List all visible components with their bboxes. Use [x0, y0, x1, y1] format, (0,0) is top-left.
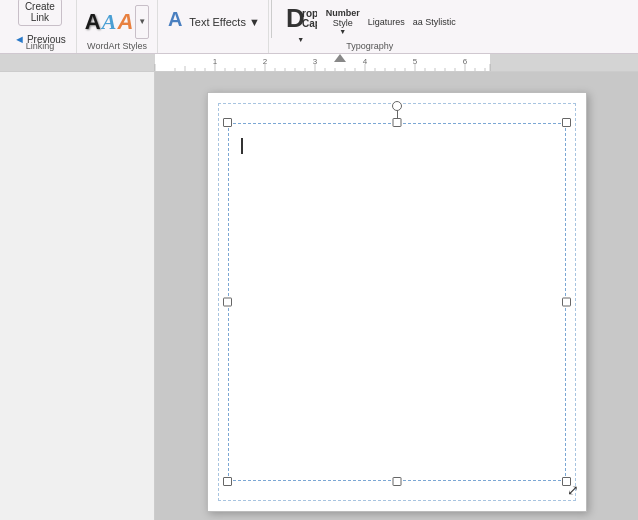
linking-group: CreateLink ◄ Previous Linking: [4, 0, 77, 53]
drop-cap-button[interactable]: D rop Cap ▼: [282, 0, 320, 45]
number-style-dropdown-icon: ▼: [339, 28, 346, 35]
svg-rect-4: [0, 54, 155, 72]
ligatures-button[interactable]: Ligatures: [366, 15, 407, 29]
svg-text:A: A: [168, 8, 182, 30]
text-effects-label: Text Effects: [189, 16, 246, 28]
wordart-style-1[interactable]: A: [85, 11, 101, 33]
document-page: ⤢: [207, 92, 587, 512]
ruler-svg: 1 2 3 4 5 6: [0, 54, 638, 72]
stylistic-label: aa Stylistic: [413, 17, 456, 27]
typography-group-label: Typography: [274, 41, 466, 51]
resize-handle-top-right[interactable]: [562, 118, 571, 127]
text-effects-group: A Text Effects ▼ ​: [158, 0, 269, 53]
left-panel: [0, 72, 155, 520]
svg-rect-5: [490, 54, 638, 72]
typography-group: D rop Cap ▼ Number Style ▼ Ligatures aa …: [274, 0, 466, 53]
svg-text:6: 6: [463, 57, 468, 66]
svg-text:2: 2: [263, 57, 268, 66]
text-box[interactable]: [228, 123, 566, 481]
number-style-button[interactable]: Number Style ▼: [324, 6, 362, 37]
text-effects-button[interactable]: A Text Effects ▼: [166, 8, 260, 35]
svg-text:3: 3: [313, 57, 318, 66]
wordart-expand-button[interactable]: ▼: [135, 5, 149, 39]
resize-handle-bottom-left[interactable]: [223, 477, 232, 486]
number-style-label-bottom: Style: [333, 18, 353, 28]
linking-group-label: Linking: [4, 41, 76, 51]
svg-text:5: 5: [413, 57, 418, 66]
stylistic-button[interactable]: aa Stylistic: [411, 15, 458, 29]
wordart-letters-container: A A A: [85, 11, 133, 33]
textbox-container[interactable]: ⤢: [228, 123, 566, 481]
main-content: ⤢: [0, 72, 638, 520]
wordart-group-label: WordArt Styles: [77, 41, 157, 51]
resize-handle-bottom-middle[interactable]: [392, 477, 401, 486]
text-effects-icon: A: [166, 8, 186, 35]
text-effects-dropdown-icon: ▼: [249, 16, 260, 28]
ligatures-label: Ligatures: [368, 17, 405, 27]
resize-handle-middle-right[interactable]: [562, 298, 571, 307]
resize-handle-top-middle[interactable]: [392, 118, 401, 127]
wordart-style-3[interactable]: A: [117, 11, 133, 33]
resize-handle-middle-left[interactable]: [223, 298, 232, 307]
drop-cap-icon: D rop Cap: [285, 1, 317, 36]
page-area: ⤢: [155, 72, 638, 520]
svg-text:1: 1: [213, 57, 218, 66]
ruler: 1 2 3 4 5 6: [0, 54, 638, 72]
number-style-label-top: Number: [326, 8, 360, 18]
ribbon-toolbar: CreateLink ◄ Previous Linking A A A ▼ Wo…: [0, 0, 638, 54]
create-link-button[interactable]: CreateLink: [18, 0, 62, 26]
chevron-down-icon: ▼: [138, 17, 146, 26]
svg-text:4: 4: [363, 57, 368, 66]
text-effects-group-label: ​: [158, 41, 268, 51]
svg-text:Cap: Cap: [302, 18, 317, 29]
move-cursor-icon: ⤢: [567, 482, 579, 498]
text-cursor: [241, 138, 243, 154]
rotate-handle[interactable]: [392, 101, 402, 111]
resize-handle-bottom-right[interactable]: ⤢: [562, 477, 571, 486]
wordart-styles-group: A A A ▼ WordArt Styles: [77, 0, 158, 53]
toolbar-separator-1: [271, 0, 272, 38]
wordart-style-2[interactable]: A: [102, 11, 117, 33]
resize-handle-top-left[interactable]: [223, 118, 232, 127]
